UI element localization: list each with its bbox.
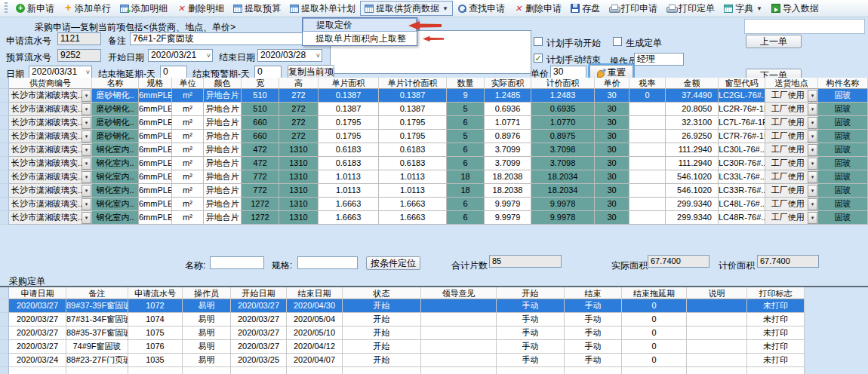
- start-date-select[interactable]: 2020/03/21: [148, 49, 213, 62]
- supplier-combo-cell[interactable]: 长沙市潇湘玻璃实..▾: [9, 143, 92, 157]
- chevron-down-icon[interactable]: ▾: [82, 103, 91, 115]
- table-row[interactable]: 长沙市潇湘玻璃实..▾钢化室内..6mmPLE..m²异地合片77213101.…: [0, 170, 868, 184]
- locate-button[interactable]: 按条件定位: [366, 256, 420, 270]
- orders-column-header[interactable]: 打印标志: [747, 287, 805, 299]
- remark-input[interactable]: 76#1-2F窗固玻: [130, 32, 309, 45]
- chevron-down-icon[interactable]: ▾: [82, 144, 91, 156]
- table-row[interactable]: 2020/03/2774#9F窗固玻1076易明2020/03/272020/0…: [0, 340, 868, 354]
- date-select[interactable]: 2020/03/31: [29, 66, 92, 78]
- chevron-down-icon[interactable]: ▾: [808, 185, 817, 197]
- table-row[interactable]: 长沙市潇湘玻璃实..▾钢化室内..6mmPLE..m²异地合片47213100.…: [0, 157, 868, 170]
- filter-name-input[interactable]: [210, 256, 264, 269]
- delivery-combo-cell[interactable]: 工厂使用▾: [765, 184, 818, 198]
- gen-order-checkbox[interactable]: [613, 37, 622, 46]
- chevron-down-icon[interactable]: ▾: [82, 171, 91, 183]
- chevron-down-icon[interactable]: ▾: [82, 158, 91, 170]
- table-row[interactable]: 长沙市潇湘玻璃实..▾磨砂钢化..6mmPLE..m²异地合片6602720.1…: [0, 116, 868, 130]
- prev-order-button[interactable]: 上一单: [746, 35, 802, 48]
- chevron-down-icon[interactable]: ▾: [808, 158, 817, 170]
- chevron-down-icon[interactable]: ▾: [82, 90, 91, 102]
- grid-column-header[interactable]: 计价面积: [531, 78, 595, 89]
- orders-column-header[interactable]: 领导意见: [421, 287, 497, 299]
- end-date-select[interactable]: 2020/03/28: [257, 49, 322, 62]
- grid-column-header[interactable]: 税率: [629, 78, 666, 89]
- chevron-down-icon[interactable]: ▾: [82, 117, 91, 129]
- table-row[interactable]: 长沙市潇湘玻璃实..▾磨砂钢化..6mmPLE..m²异地合片6602720.1…: [0, 130, 868, 143]
- toolbar-button-delete-detail[interactable]: ✕删除明细: [172, 1, 229, 16]
- table-row[interactable]: 长沙市潇湘玻璃实..▾钢化室内..6mmPLE..m²异地合片47213100.…: [0, 143, 868, 157]
- supplier-combo-cell[interactable]: 长沙市潇湘玻璃实..▾: [9, 184, 92, 198]
- grid-column-header[interactable]: 单片面积: [319, 78, 379, 89]
- grid-column-header[interactable]: 单价: [595, 78, 629, 89]
- grid-column-header[interactable]: 送货地点: [765, 78, 818, 89]
- supplier-combo-cell[interactable]: 长沙市潇湘玻璃实..▾: [9, 89, 92, 103]
- delivery-combo-cell[interactable]: 工厂使用▾: [765, 211, 818, 225]
- unit-price-input[interactable]: 30: [550, 66, 586, 78]
- menu-item-extract-pricing[interactable]: 提取定价: [303, 18, 417, 32]
- orders-column-header[interactable]: 状态: [343, 287, 421, 299]
- supplier-combo-cell[interactable]: 长沙市潇湘玻璃实..▾: [9, 130, 92, 143]
- delivery-combo-cell[interactable]: 工厂使用▾: [765, 198, 818, 211]
- serial-input[interactable]: 1121: [57, 32, 101, 45]
- grid-column-header[interactable]: 构件名称: [818, 78, 868, 89]
- table-row[interactable]: [0, 367, 868, 374]
- chevron-down-icon[interactable]: ▾: [808, 198, 817, 210]
- supplier-combo-cell[interactable]: 长沙市潇湘玻璃实..▾: [9, 157, 92, 170]
- toolbar-button-print-order[interactable]: 打印定单: [662, 1, 719, 16]
- delivery-combo-cell[interactable]: 工厂使用▾: [765, 170, 818, 184]
- chevron-down-icon[interactable]: ▾: [82, 130, 91, 143]
- chevron-down-icon[interactable]: ▾: [82, 185, 91, 197]
- filter-spec-input[interactable]: [297, 256, 358, 269]
- table-row[interactable]: 长沙市潇湘玻璃实..▾钢化室内..6mmPLE..m²异地合片127213101…: [0, 198, 868, 211]
- orders-column-header[interactable]: 说明: [687, 287, 747, 299]
- delivery-combo-cell[interactable]: 工厂使用▾: [765, 130, 818, 143]
- orders-column-header[interactable]: 开始日期: [231, 287, 287, 299]
- grid-column-header[interactable]: 单位: [172, 78, 204, 89]
- orders-column-header[interactable]: 结束拖延期: [622, 287, 687, 299]
- table-row[interactable]: 长沙市潇湘玻璃实..▾磨砂钢化..6mmPLE..m²异地合片5102720.1…: [0, 103, 868, 116]
- chevron-down-icon[interactable]: ▾: [82, 212, 91, 224]
- grid-column-header[interactable]: 颜色: [204, 78, 242, 89]
- grid-column-header[interactable]: 名称: [92, 78, 139, 89]
- orders-column-header[interactable]: 操作员: [183, 287, 231, 299]
- toolbar-button-extract-budget[interactable]: 提取预算: [229, 1, 285, 16]
- orders-column-header[interactable]: 开始: [497, 287, 565, 299]
- toolbar-button-save[interactable]: 存盘: [566, 1, 605, 16]
- orders-column-header[interactable]: 结束日期: [287, 287, 343, 299]
- supplier-combo-cell[interactable]: 长沙市潇湘玻璃实..▾: [9, 116, 92, 130]
- table-row[interactable]: 2020/03/2789#37-39F窗固玻1072易明2020/03/2720…: [0, 299, 868, 313]
- supplier-combo-cell[interactable]: 长沙市潇湘玻璃实..▾: [9, 211, 92, 225]
- delivery-combo-cell[interactable]: 工厂使用▾: [765, 103, 818, 116]
- toolbar-button-find-application[interactable]: 查找申请: [453, 1, 509, 16]
- toolbar-grip[interactable]: [5, 2, 8, 14]
- grid-column-header[interactable]: 窗型代码: [719, 78, 765, 89]
- operator-input[interactable]: 经理: [634, 53, 684, 66]
- budget-input[interactable]: 9252: [57, 49, 101, 62]
- chevron-down-icon[interactable]: ▾: [808, 212, 817, 224]
- chevron-down-icon[interactable]: ▾: [808, 144, 817, 156]
- toolbar-button-extract-supplement-plan[interactable]: 提取补单计划: [285, 1, 360, 16]
- table-row[interactable]: 长沙市潇湘玻璃实..▾钢化室内..6mmPLE..m²异地合片127213101…: [0, 211, 868, 225]
- delivery-combo-cell[interactable]: 工厂使用▾: [765, 157, 818, 170]
- orders-column-header[interactable]: 申请日期: [9, 287, 66, 299]
- grid-column-header[interactable]: 单片计价面积: [379, 78, 447, 89]
- toolbar-button-new-application[interactable]: +新申请: [11, 1, 59, 16]
- chevron-down-icon[interactable]: ▾: [808, 90, 817, 102]
- menu-item-extract-unit-area-roundup[interactable]: 提取单片面积向上取整: [303, 32, 417, 45]
- supplier-combo-cell[interactable]: 长沙市潇湘玻璃实..▾: [9, 198, 92, 211]
- chevron-down-icon[interactable]: ▾: [808, 117, 817, 129]
- table-row[interactable]: 2020/03/2788#35-37F窗固玻1075易明2020/03/2720…: [0, 326, 868, 340]
- toolbar-button-add-detail[interactable]: 添加明细: [115, 1, 172, 16]
- chevron-down-icon[interactable]: ▾: [82, 198, 91, 210]
- delivery-combo-cell[interactable]: 工厂使用▾: [765, 89, 818, 103]
- orders-column-header[interactable]: 备注: [66, 287, 128, 299]
- table-row[interactable]: 2020/03/2488#23-27F门页玻1035易明2020/03/2520…: [0, 354, 868, 367]
- table-row[interactable]: 长沙市潇湘玻璃实..▾钢化室内..6mmPLE..m²异地合片77213101.…: [0, 184, 868, 198]
- supplier-combo-cell[interactable]: 长沙市潇湘玻璃实..▾: [9, 103, 92, 116]
- grid-column-header[interactable]: 实际面积: [485, 78, 531, 89]
- grid-column-header[interactable]: 高: [279, 78, 319, 89]
- toolbar-button-delete-application[interactable]: ✕删除申请: [509, 1, 566, 16]
- table-row[interactable]: 长沙市潇湘玻璃实..▾磨砂钢化..6mmPLE..m²异地合片5102720.1…: [0, 89, 868, 103]
- orders-column-header[interactable]: 结束: [565, 287, 622, 299]
- chevron-down-icon[interactable]: ▾: [808, 130, 817, 143]
